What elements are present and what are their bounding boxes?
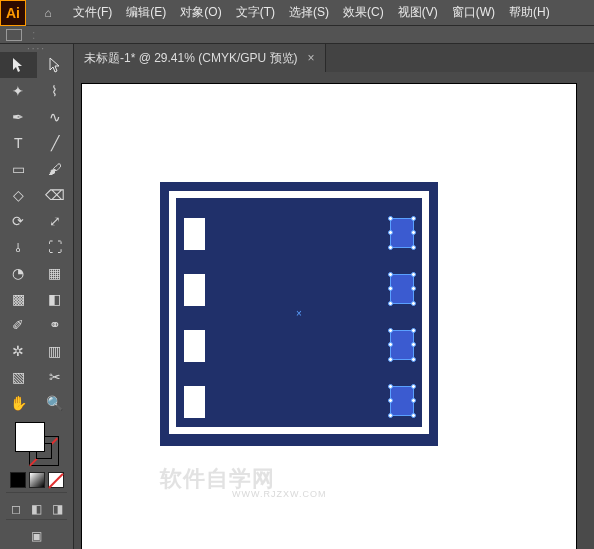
control-bar: : bbox=[0, 26, 594, 44]
eraser-tool[interactable]: ⌫ bbox=[37, 182, 74, 208]
artboard-tool[interactable]: ▧ bbox=[0, 364, 37, 390]
selection-handle[interactable] bbox=[411, 286, 416, 291]
selection-handle[interactable] bbox=[388, 342, 393, 347]
selected-object[interactable] bbox=[390, 386, 414, 416]
perspective-grid-tool[interactable]: ▦ bbox=[37, 260, 74, 286]
selection-tool[interactable] bbox=[0, 52, 37, 78]
selection-handle[interactable] bbox=[388, 301, 393, 306]
control-placeholder[interactable] bbox=[6, 29, 22, 41]
paintbrush-tool[interactable]: 🖌 bbox=[37, 156, 74, 182]
menu-type[interactable]: 文字(T) bbox=[229, 4, 282, 21]
selection-handle[interactable] bbox=[388, 272, 393, 277]
shape-builder-tool[interactable]: ◔ bbox=[0, 260, 37, 286]
selection-handle[interactable] bbox=[388, 384, 393, 389]
selection-handle[interactable] bbox=[411, 342, 416, 347]
screen-mode-button[interactable]: ▣ bbox=[27, 526, 47, 546]
canvas-viewport[interactable]: × 软件自学网 WWW.RJZXW.COM bbox=[74, 72, 594, 549]
selection-handle[interactable] bbox=[388, 328, 393, 333]
selection-handle[interactable] bbox=[411, 230, 416, 235]
artwork-background: × bbox=[160, 182, 438, 446]
artboard: × 软件自学网 WWW.RJZXW.COM bbox=[82, 84, 576, 549]
none-mode-button[interactable] bbox=[48, 472, 64, 488]
tab-title: 未标题-1* @ 29.41% (CMYK/GPU 预览) bbox=[84, 50, 298, 67]
film-notch-left bbox=[184, 218, 205, 250]
selection-handle[interactable] bbox=[411, 245, 416, 250]
type-tool[interactable]: T bbox=[0, 130, 37, 156]
color-mode-button[interactable] bbox=[10, 472, 26, 488]
selection-handle[interactable] bbox=[411, 384, 416, 389]
curvature-tool[interactable]: ∿ bbox=[37, 104, 74, 130]
tool-panel: ✦ ⌇ ✒ ∿ T ╱ ▭ 🖌 ◇ ⌫ ⟳ ⤢ ⫰ ⛶ ◔ ▦ ▩ ◧ ✐ ⚭ bbox=[0, 44, 74, 549]
symbol-sprayer-tool[interactable]: ✲ bbox=[0, 338, 37, 364]
tab-close-button[interactable]: × bbox=[308, 51, 315, 65]
direct-selection-tool[interactable] bbox=[37, 52, 74, 78]
tool-panel-grip[interactable] bbox=[0, 44, 73, 52]
menu-file[interactable]: 文件(F) bbox=[66, 4, 119, 21]
menu-edit[interactable]: 编辑(E) bbox=[119, 4, 173, 21]
selection-center-icon: × bbox=[296, 308, 302, 319]
film-notch-left bbox=[184, 274, 205, 306]
rectangle-tool[interactable]: ▭ bbox=[0, 156, 37, 182]
zoom-tool[interactable]: 🔍 bbox=[37, 390, 74, 416]
draw-inside-button[interactable]: ◨ bbox=[48, 499, 67, 519]
mesh-tool[interactable]: ▩ bbox=[0, 286, 37, 312]
menu-bar: Ai ⌂ 文件(F) 编辑(E) 对象(O) 文字(T) 选择(S) 效果(C)… bbox=[0, 0, 594, 26]
selection-handle[interactable] bbox=[411, 328, 416, 333]
eyedropper-tool[interactable]: ✐ bbox=[0, 312, 37, 338]
magic-wand-tool[interactable]: ✦ bbox=[0, 78, 37, 104]
home-icon[interactable]: ⌂ bbox=[38, 6, 58, 20]
tab-bar: 未标题-1* @ 29.41% (CMYK/GPU 预览) × bbox=[74, 44, 594, 72]
menu-window[interactable]: 窗口(W) bbox=[445, 4, 502, 21]
selection-handle[interactable] bbox=[411, 272, 416, 277]
selection-handle[interactable] bbox=[388, 357, 393, 362]
selection-handle[interactable] bbox=[411, 216, 416, 221]
blend-tool[interactable]: ⚭ bbox=[37, 312, 74, 338]
menu-effect[interactable]: 效果(C) bbox=[336, 4, 391, 21]
shaper-tool[interactable]: ◇ bbox=[0, 182, 37, 208]
selection-handle[interactable] bbox=[388, 413, 393, 418]
app-logo: Ai bbox=[0, 0, 26, 26]
menu-help[interactable]: 帮助(H) bbox=[502, 4, 557, 21]
draw-normal-button[interactable]: ◻ bbox=[6, 499, 25, 519]
film-notch-left bbox=[184, 330, 205, 362]
rotate-tool[interactable]: ⟳ bbox=[0, 208, 37, 234]
scale-tool[interactable]: ⤢ bbox=[37, 208, 74, 234]
selected-object[interactable] bbox=[390, 330, 414, 360]
selection-handle[interactable] bbox=[411, 301, 416, 306]
selection-handle[interactable] bbox=[388, 286, 393, 291]
document-area: 未标题-1* @ 29.41% (CMYK/GPU 预览) × bbox=[74, 44, 594, 549]
selection-handle[interactable] bbox=[388, 230, 393, 235]
menu-view[interactable]: 视图(V) bbox=[391, 4, 445, 21]
selection-handle[interactable] bbox=[388, 398, 393, 403]
width-tool[interactable]: ⫰ bbox=[0, 234, 37, 260]
selection-handle[interactable] bbox=[411, 398, 416, 403]
lasso-tool[interactable]: ⌇ bbox=[37, 78, 74, 104]
line-tool[interactable]: ╱ bbox=[37, 130, 74, 156]
fill-stroke-swatch[interactable] bbox=[15, 422, 59, 466]
menu-select[interactable]: 选择(S) bbox=[282, 4, 336, 21]
control-divider: : bbox=[32, 28, 35, 42]
fill-swatch[interactable] bbox=[15, 422, 45, 452]
gradient-mode-button[interactable] bbox=[29, 472, 45, 488]
selection-handle[interactable] bbox=[388, 216, 393, 221]
selected-object[interactable] bbox=[390, 218, 414, 248]
hand-tool[interactable]: ✋ bbox=[0, 390, 37, 416]
selection-handle[interactable] bbox=[411, 413, 416, 418]
menu-object[interactable]: 对象(O) bbox=[173, 4, 228, 21]
draw-behind-button[interactable]: ◧ bbox=[27, 499, 46, 519]
slice-tool[interactable]: ✂ bbox=[37, 364, 74, 390]
free-transform-tool[interactable]: ⛶ bbox=[37, 234, 74, 260]
film-notch-left bbox=[184, 386, 205, 418]
watermark-url: WWW.RJZXW.COM bbox=[232, 489, 326, 499]
selected-object[interactable] bbox=[390, 274, 414, 304]
column-graph-tool[interactable]: ▥ bbox=[37, 338, 74, 364]
document-tab[interactable]: 未标题-1* @ 29.41% (CMYK/GPU 预览) × bbox=[74, 44, 326, 72]
pen-tool[interactable]: ✒ bbox=[0, 104, 37, 130]
gradient-tool[interactable]: ◧ bbox=[37, 286, 74, 312]
selection-handle[interactable] bbox=[411, 357, 416, 362]
selection-handle[interactable] bbox=[388, 245, 393, 250]
